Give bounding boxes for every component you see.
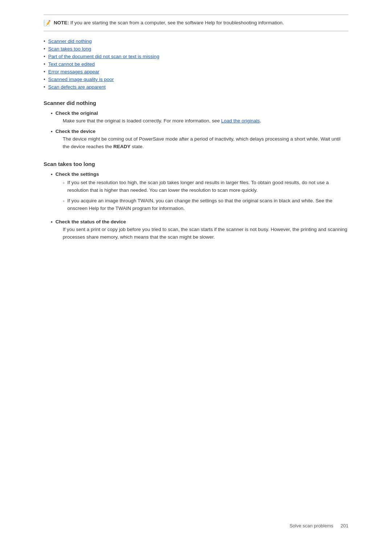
list-item: Scanner did nothing xyxy=(44,39,348,44)
item-body-check-original: Make sure that the original is loaded co… xyxy=(56,117,261,125)
toc-link-part-did-not-scan[interactable]: Part of the document did not scan or tex… xyxy=(48,54,159,59)
note-body: If you are starting the scan from a comp… xyxy=(70,20,284,25)
sub-item-resolution: If you set the resolution too high, the … xyxy=(68,179,348,194)
section-heading-scanner-did-nothing: Scanner did nothing xyxy=(44,100,348,106)
section-heading-scan-takes-too-long: Scan takes too long xyxy=(44,161,348,167)
list-item: If you set the resolution too high, the … xyxy=(63,179,348,194)
list-item: Check the original Make sure that the or… xyxy=(51,110,348,125)
check-settings-sublist: If you set the resolution too high, the … xyxy=(56,179,348,212)
sub-item-twain: If you acquire an image through TWAIN, y… xyxy=(68,197,348,212)
section-scan-takes-too-long: Scan takes too long Check the settings I… xyxy=(44,161,348,241)
load-originals-link[interactable]: Load the originals xyxy=(221,118,260,123)
toc-link-scanner-did-nothing[interactable]: Scanner did nothing xyxy=(48,39,92,44)
section-scanner-did-nothing: Scanner did nothing Check the original M… xyxy=(44,100,348,151)
list-item: Check the settings If you set the resolu… xyxy=(51,171,348,215)
list-item: Check the status of the device If you se… xyxy=(51,219,348,241)
toc-link-text-cannot-be-edited[interactable]: Text cannot be edited xyxy=(48,61,95,67)
item-label-check-original: Check the original xyxy=(56,110,98,116)
item-label-check-status: Check the status of the device xyxy=(56,219,126,224)
scanner-did-nothing-list: Check the original Make sure that the or… xyxy=(44,110,348,151)
toc-link-error-messages[interactable]: Error messages appear xyxy=(48,69,99,74)
item-body-check-device: The device might be coming out of PowerS… xyxy=(56,135,348,151)
item-label-check-settings: Check the settings xyxy=(56,171,99,177)
list-item: Error messages appear xyxy=(44,69,348,74)
list-item: Scan takes too long xyxy=(44,46,348,52)
list-item: Scanned image quality is poor xyxy=(44,77,348,82)
toc-link-scan-takes-too-long[interactable]: Scan takes too long xyxy=(48,46,91,52)
list-item: If you acquire an image through TWAIN, y… xyxy=(63,197,348,212)
toc-link-scan-defects[interactable]: Scan defects are apparent xyxy=(48,84,106,90)
item-content: Check the device The device might be com… xyxy=(56,129,348,151)
footer-text: Solve scan problems xyxy=(290,523,334,528)
toc-link-image-quality[interactable]: Scanned image quality is poor xyxy=(48,77,114,82)
list-item: Check the device The device might be com… xyxy=(51,129,348,151)
item-body-check-status: If you sent a print or copy job before y… xyxy=(56,226,348,241)
list-item: Text cannot be edited xyxy=(44,61,348,67)
page-number: 201 xyxy=(340,523,348,528)
note-box: 📝 NOTE: If you are starting the scan fro… xyxy=(44,15,348,31)
list-item: Part of the document did not scan or tex… xyxy=(44,54,348,59)
note-text: NOTE: If you are starting the scan from … xyxy=(54,19,284,27)
note-icon: 📝 xyxy=(44,20,51,27)
list-item: Scan defects are apparent xyxy=(44,84,348,90)
toc-list: Scanner did nothing Scan takes too long … xyxy=(44,39,348,90)
item-content: Check the settings If you set the resolu… xyxy=(56,171,348,215)
item-label-check-device: Check the device xyxy=(56,129,95,134)
scan-takes-too-long-list: Check the settings If you set the resolu… xyxy=(44,171,348,241)
page-footer: Solve scan problems 201 xyxy=(290,523,348,528)
item-content: Check the status of the device If you se… xyxy=(56,219,348,241)
note-label: NOTE: xyxy=(54,20,69,25)
item-content: Check the original Make sure that the or… xyxy=(56,110,261,125)
